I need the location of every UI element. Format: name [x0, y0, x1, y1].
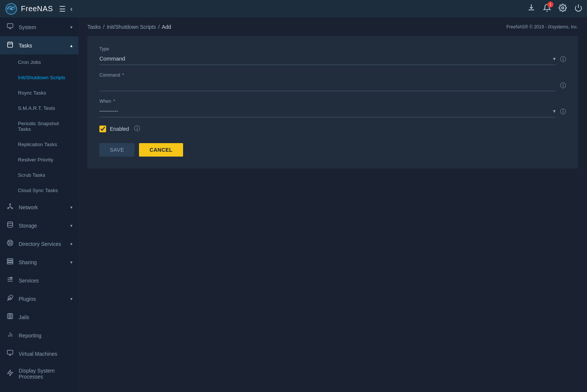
power-icon[interactable] — [574, 4, 583, 14]
sidebar-item-services[interactable]: Services — [0, 271, 78, 290]
sidebar-item-storage-label: Storage — [19, 223, 37, 229]
enabled-row: Enabled ⓘ — [99, 125, 566, 133]
svg-point-13 — [12, 208, 13, 209]
sidebar: System ▾ Tasks ▴ Cron Jobs Init/Shutdown… — [0, 18, 78, 392]
svg-line-20 — [8, 241, 9, 242]
sidebar-item-vm-label: Virtual Machines — [19, 351, 57, 357]
sidebar-subitem-replication-tasks-label: Replication Tasks — [18, 142, 57, 147]
breadcrumb-sep-1: / — [103, 24, 105, 30]
svg-point-17 — [7, 222, 13, 224]
command-help-icon[interactable]: ⓘ — [560, 82, 566, 90]
sidebar-item-plugins-label: Plugins — [19, 296, 36, 302]
type-dropdown-wrapper: Command Script ▾ — [99, 54, 556, 65]
enabled-label: Enabled — [110, 126, 129, 132]
sidebar-item-periodic-snapshot[interactable]: Periodic Snapshot Tasks — [0, 116, 78, 137]
svg-line-23 — [8, 244, 9, 245]
app-name: FreeNAS — [21, 4, 53, 13]
sidebar-item-resilver-priority[interactable]: Resilver Priority — [0, 152, 78, 167]
svg-point-12 — [7, 208, 9, 209]
download-icon[interactable] — [527, 4, 535, 14]
directory-services-icon — [6, 240, 14, 248]
svg-rect-25 — [7, 261, 13, 262]
services-icon — [6, 276, 14, 285]
chevron-down-storage-icon: ▾ — [70, 223, 72, 228]
sidebar-item-replication-tasks[interactable]: Replication Tasks — [0, 137, 78, 152]
sidebar-subitem-scrub-tasks-label: Scrub Tasks — [18, 172, 45, 178]
svg-marker-43 — [7, 370, 13, 376]
when-help-icon[interactable]: ⓘ — [560, 108, 566, 116]
when-select[interactable]: ---------- Pre Init Post Init Shutdown — [99, 106, 553, 115]
command-field-row: Command * ⓘ — [99, 72, 566, 91]
sidebar-item-reporting-label: Reporting — [19, 333, 41, 339]
command-input[interactable] — [99, 80, 556, 89]
settings-icon[interactable] — [559, 4, 567, 14]
sidebar-item-init-shutdown[interactable]: Init/Shutdown Scripts — [0, 70, 78, 85]
topbar: FreeNAS ☰ ‹ 1 — [0, 0, 587, 18]
monitor-icon — [6, 23, 14, 31]
enabled-checkbox[interactable] — [99, 126, 106, 132]
sidebar-item-directory-services[interactable]: Directory Services ▾ — [0, 235, 78, 253]
command-label: Command * — [99, 72, 566, 78]
when-required-marker: * — [113, 99, 115, 104]
svg-line-21 — [11, 244, 12, 245]
sidebar-item-plugins[interactable]: Plugins ▾ — [0, 290, 78, 308]
sidebar-item-tasks[interactable]: Tasks ▴ — [0, 36, 78, 55]
sidebar-item-jails[interactable]: Jails — [0, 308, 78, 326]
sidebar-item-storage[interactable]: Storage ▾ — [0, 216, 78, 235]
svg-line-22 — [11, 241, 12, 242]
save-button[interactable]: SAVE — [99, 143, 135, 157]
chevron-down-directory-icon: ▾ — [70, 241, 72, 247]
sidebar-item-jails-label: Jails — [19, 314, 29, 320]
sidebar-item-scrub-tasks[interactable]: Scrub Tasks — [0, 167, 78, 183]
display-system-icon — [6, 370, 14, 378]
type-help-icon[interactable]: ⓘ — [560, 56, 566, 64]
chevron-down-icon: ▾ — [70, 25, 72, 30]
notifications-icon[interactable]: 1 — [543, 4, 551, 14]
enabled-help-icon[interactable]: ⓘ — [134, 125, 140, 133]
sidebar-item-display-system[interactable]: Display System Processes — [0, 363, 78, 385]
content-area: Tasks / Init/Shutdown Scripts / Add Free… — [78, 18, 587, 392]
copyright-text: FreeNAS® © 2019 - iXsystems, Inc. — [506, 24, 578, 30]
sidebar-subitem-resilver-priority-label: Resilver Priority — [18, 157, 53, 163]
jails-icon — [6, 313, 14, 321]
type-field-row: Type Command Script ▾ ⓘ — [99, 46, 566, 65]
back-icon[interactable]: ‹ — [70, 4, 73, 13]
sidebar-item-smart-tests[interactable]: S.M.A.R.T. Tests — [0, 101, 78, 116]
svg-line-16 — [10, 207, 12, 208]
logo: FreeNAS — [4, 2, 53, 16]
svg-rect-4 — [7, 24, 13, 28]
sidebar-item-display-system-label: Display System Processes — [19, 368, 72, 380]
chevron-up-icon: ▴ — [70, 43, 72, 48]
sidebar-item-reporting[interactable]: Reporting — [0, 326, 78, 345]
sidebar-item-virtual-machines[interactable]: Virtual Machines — [0, 345, 78, 363]
vm-icon — [6, 349, 14, 358]
breadcrumb-add: Add — [162, 24, 171, 30]
sidebar-item-cron-jobs[interactable]: Cron Jobs — [0, 55, 78, 70]
sidebar-subitem-rsync-tasks-label: Rsync Tasks — [18, 90, 46, 96]
chevron-down-network-icon: ▾ — [70, 205, 72, 210]
reporting-icon — [6, 331, 14, 340]
storage-icon — [6, 221, 14, 230]
sharing-icon — [6, 258, 14, 266]
type-dropdown-arrow: ▾ — [553, 56, 556, 62]
cancel-button[interactable]: CANCEL — [139, 143, 183, 157]
type-select[interactable]: Command Script — [99, 54, 553, 63]
breadcrumb-tasks[interactable]: Tasks — [87, 24, 101, 30]
command-required-marker: * — [122, 72, 124, 78]
sidebar-item-cloud-sync[interactable]: Cloud Sync Tasks — [0, 183, 78, 198]
sidebar-item-system[interactable]: System ▾ — [0, 18, 78, 36]
type-label: Type — [99, 46, 566, 52]
breadcrumb-sep-2: / — [158, 24, 160, 30]
breadcrumb-init-shutdown[interactable]: Init/Shutdown Scripts — [107, 24, 156, 30]
menu-toggle-icon[interactable]: ☰ — [59, 4, 66, 13]
sidebar-item-sharing[interactable]: Sharing ▾ — [0, 253, 78, 271]
sidebar-item-directory-services-label: Directory Services — [19, 241, 61, 247]
svg-rect-24 — [7, 259, 13, 260]
when-dropdown-arrow: ▾ — [553, 108, 556, 114]
breadcrumb-bar: Tasks / Init/Shutdown Scripts / Add Free… — [78, 18, 587, 33]
command-input-wrapper — [99, 80, 556, 91]
when-dropdown-wrapper: ---------- Pre Init Post Init Shutdown ▾ — [99, 106, 556, 117]
sidebar-item-rsync-tasks[interactable]: Rsync Tasks — [0, 85, 78, 101]
sidebar-item-network[interactable]: Network ▾ — [0, 198, 78, 216]
main-layout: System ▾ Tasks ▴ Cron Jobs Init/Shutdown… — [0, 18, 587, 392]
